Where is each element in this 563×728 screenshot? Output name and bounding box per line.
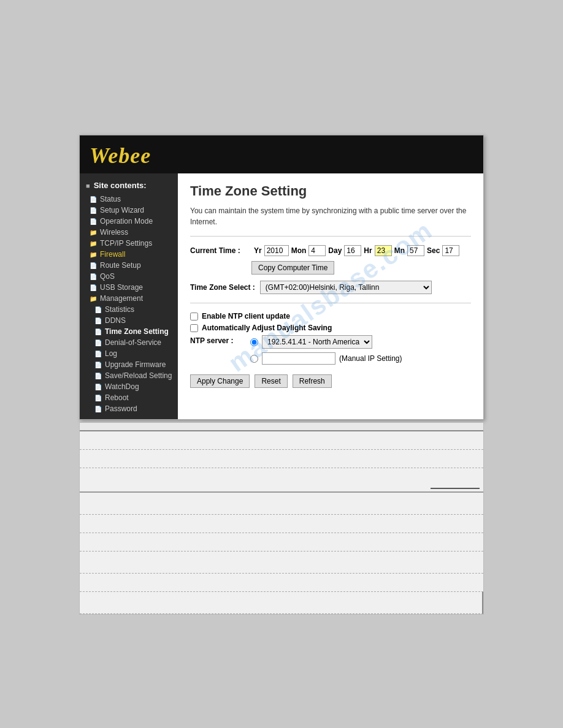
bottom-line-3 <box>80 450 483 468</box>
sidebar-item-route-setup[interactable]: 📄 Route Setup <box>80 260 178 271</box>
current-time-label: Current Time : <box>190 246 251 255</box>
doc-icon: 📄 <box>94 339 102 346</box>
hr-label: Hr <box>364 246 372 255</box>
sec-label: Sec <box>427 246 440 255</box>
doc-icon: 📄 <box>94 362 102 368</box>
bottom-line-4 <box>80 468 483 493</box>
sidebar-item-tcpip[interactable]: 📁 TCP/IP Settings <box>80 238 178 249</box>
refresh-button[interactable]: Refresh <box>293 374 332 388</box>
sidebar-item-setup-wizard[interactable]: 📄 Setup Wizard <box>80 205 178 216</box>
sec-input[interactable] <box>442 245 459 256</box>
doc-icon: 📄 <box>94 351 102 357</box>
main-content: Time Zone Setting You can maintain the s… <box>178 173 483 419</box>
ntp-client-checkbox[interactable] <box>190 313 198 320</box>
ntp-client-row: Enable NTP client update <box>190 312 471 320</box>
timezone-label: Time Zone Select : <box>190 283 255 292</box>
daylight-label: Automatically Adjust Daylight Saving <box>202 324 332 332</box>
doc-icon: 📄 <box>90 218 97 225</box>
doc-icon: 📄 <box>90 196 97 203</box>
doc-icon: 📄 <box>94 406 102 412</box>
bottom-underline <box>431 488 480 489</box>
current-time-row: Current Time : Yr Mon Day Hr Mn Sec <box>190 245 471 256</box>
mn-label: Mn <box>394 246 405 255</box>
timezone-select[interactable]: (GMT+02:00)Helsinki, Riga, Tallinn <box>260 281 432 294</box>
copy-computer-time-button[interactable]: Copy Computer Time <box>251 261 334 275</box>
bottom-line-8 <box>80 552 483 574</box>
ntp-server-row: NTP server : 192.5.41.41 - North America… <box>190 335 471 365</box>
mon-input[interactable] <box>308 245 326 256</box>
apply-change-button[interactable]: Apply Change <box>190 374 250 388</box>
sidebar-item-denial-of-service[interactable]: 📄 Denial-of-Service <box>85 337 178 348</box>
folder-icon: 📁 <box>90 295 97 302</box>
sidebar-item-watchdog[interactable]: 📄 WatchDog <box>85 381 178 392</box>
doc-icon: 📄 <box>94 373 102 379</box>
sidebar-item-save-reload[interactable]: 📄 Save/Reload Setting <box>85 370 178 381</box>
header-bar: Webee <box>80 135 483 173</box>
page-title: Time Zone Setting <box>190 183 471 199</box>
ntp-auto-radio[interactable] <box>250 338 258 346</box>
sidebar-item-statistics[interactable]: 📄 Statistics <box>85 304 178 315</box>
divider2 <box>190 303 471 303</box>
doc-icon: 📄 <box>90 262 97 269</box>
sidebar: ■ Site contents: 📄 Status 📄 Setup Wizard… <box>80 173 178 419</box>
folder-icon: 📁 <box>90 229 97 236</box>
ntp-auto-row: 192.5.41.41 - North America <box>250 335 402 349</box>
timezone-row: Time Zone Select : (GMT+02:00)Helsinki, … <box>190 281 471 294</box>
sidebar-item-time-zone-setting[interactable]: 📄 Time Zone Setting <box>85 326 178 337</box>
folder-icon: 📁 <box>90 240 97 247</box>
sidebar-item-upgrade-firmware[interactable]: 📄 Upgrade Firmware <box>85 359 178 370</box>
manual-label: (Manual IP Setting) <box>339 354 402 363</box>
doc-icon: 📄 <box>94 306 102 313</box>
sidebar-item-status[interactable]: 📄 Status <box>80 194 178 205</box>
doc-icon: 📄 <box>94 384 102 390</box>
sidebar-item-management[interactable]: 📁 Management <box>80 293 178 304</box>
sidebar-item-log[interactable]: 📄 Log <box>85 348 178 359</box>
sidebar-item-usb-storage[interactable]: 📄 USB Storage <box>80 282 178 293</box>
doc-icon: 📄 <box>90 284 97 291</box>
day-input[interactable] <box>344 245 361 256</box>
bottom-line-7 <box>80 533 483 552</box>
hr-input[interactable] <box>375 245 392 256</box>
divider <box>190 236 471 237</box>
sidebar-title: ■ Site contents: <box>80 178 178 194</box>
bottom-line-9 <box>80 574 483 592</box>
ntp-client-label: Enable NTP client update <box>202 312 290 320</box>
doc-icon: 📄 <box>90 207 97 214</box>
doc-icon: 📄 <box>94 395 102 401</box>
mn-input[interactable] <box>407 245 424 256</box>
sidebar-item-ddns[interactable]: 📄 DDNS <box>85 315 178 326</box>
logo: Webee <box>90 143 151 168</box>
doc-icon: 📄 <box>94 317 102 324</box>
bottom-line-2 <box>80 431 483 450</box>
bottom-line-6 <box>80 515 483 533</box>
ntp-auto-select[interactable]: 192.5.41.41 - North America <box>262 335 372 349</box>
sidebar-item-wireless[interactable]: 📁 Wireless <box>80 227 178 238</box>
sidebar-item-reboot[interactable]: 📄 Reboot <box>85 392 178 403</box>
sidebar-item-password[interactable]: 📄 Password <box>85 403 178 414</box>
page-description: You can maintain the system time by sync… <box>190 205 471 227</box>
action-row: Apply Change Reset Refresh <box>190 374 471 388</box>
bottom-lines-area <box>79 422 484 615</box>
copy-btn-row: Copy Computer Time <box>251 261 471 275</box>
bottom-line-1 <box>80 423 483 431</box>
ntp-options: 192.5.41.41 - North America (Manual IP S… <box>250 335 402 365</box>
folder-icon-yellow: 📁 <box>90 251 97 258</box>
sidebar-item-firewall[interactable]: 📁 Firewall <box>80 249 178 260</box>
mon-label: Mon <box>291 246 307 255</box>
sidebar-item-qos[interactable]: 📄 QoS <box>80 271 178 282</box>
sidebar-item-operation-mode[interactable]: 📄 Operation Mode <box>80 216 178 227</box>
doc-icon: 📄 <box>90 273 97 280</box>
ntp-manual-input[interactable] <box>262 352 335 365</box>
daylight-checkbox[interactable] <box>190 324 198 332</box>
sidebar-title-icon: ■ <box>86 182 90 189</box>
bottom-line-10 <box>80 592 483 614</box>
bottom-line-5 <box>80 493 483 515</box>
yr-label: Yr <box>254 246 262 255</box>
daylight-row: Automatically Adjust Daylight Saving <box>190 324 471 332</box>
yr-input[interactable] <box>264 245 289 256</box>
ntp-manual-row: (Manual IP Setting) <box>250 352 402 365</box>
day-label: Day <box>328 246 342 255</box>
reset-button[interactable]: Reset <box>255 374 287 388</box>
doc-icon: 📄 <box>94 328 102 335</box>
ntp-manual-radio[interactable] <box>250 355 258 363</box>
